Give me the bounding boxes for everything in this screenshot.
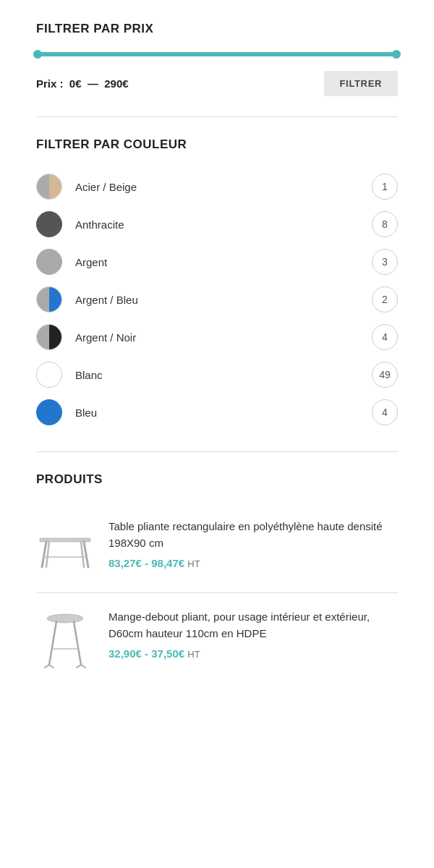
price-dash-2: - [145, 647, 151, 660]
product-info-2: Mange-debout pliant, pour usage intérieu… [109, 609, 398, 660]
svg-line-10 [45, 665, 49, 668]
product-price-1: 83,27€ - 98,47€ HT [109, 557, 398, 569]
color-swatch-blanc [36, 362, 62, 388]
svg-line-2 [84, 542, 88, 567]
price-filter-title: FILTRER PAR PRIX [36, 22, 398, 36]
price-max: 290€ [104, 77, 128, 90]
product-price-2: 32,90€ - 37,50€ HT [109, 647, 398, 660]
product-name-2: Mange-debout pliant, pour usage intérieu… [109, 609, 398, 642]
price-label: Prix : 0€ — 290€ [36, 77, 129, 90]
color-swatch-argent-noir [36, 324, 62, 350]
price-max-1: 98,47€ [151, 557, 184, 569]
product-item-2[interactable]: Mange-debout pliant, pour usage intérieu… [36, 593, 398, 683]
table-icon [36, 522, 94, 573]
color-name-argent: Argent [75, 256, 372, 268]
color-swatch-acier-beige [36, 174, 62, 200]
color-filter-title: FILTRER PAR COULEUR [36, 137, 398, 152]
products-section: PRODUITS [36, 472, 398, 683]
color-name-argent-bleu: Argent / Bleu [75, 294, 372, 306]
price-separator: — [88, 77, 98, 90]
color-item-argent[interactable]: Argent 3 [36, 243, 398, 281]
color-name-bleu: Bleu [75, 407, 372, 419]
price-min-2: 32,90€ [109, 647, 142, 660]
svg-line-1 [42, 542, 46, 567]
price-min: 0€ [69, 77, 82, 90]
color-swatch-argent-bleu [36, 286, 62, 312]
color-count-blanc: 49 [372, 362, 398, 388]
color-filter-section: FILTRER PAR COULEUR Acier / Beige 1 Anth… [36, 137, 398, 431]
color-count-anthracite: 8 [372, 211, 398, 237]
color-count-argent: 3 [372, 249, 398, 275]
color-swatch-anthracite [36, 211, 62, 237]
color-count-argent-noir: 4 [372, 324, 398, 350]
color-count-argent-bleu: 2 [372, 286, 398, 312]
filter-button[interactable]: FILTRER [324, 71, 398, 96]
color-name-argent-noir: Argent / Noir [75, 331, 372, 344]
color-swatch-bleu [36, 399, 62, 425]
color-name-acier-beige: Acier / Beige [75, 181, 372, 193]
color-item-argent-noir[interactable]: Argent / Noir 4 [36, 318, 398, 356]
divider-2 [36, 451, 398, 452]
price-slider[interactable] [36, 52, 398, 56]
price-filter-section: FILTRER PAR PRIX Prix : 0€ — 290€ FILTRE… [36, 22, 398, 96]
svg-line-11 [49, 665, 54, 668]
price-max-2: 37,50€ [151, 647, 184, 660]
price-dash-1: - [145, 557, 151, 569]
color-item-blanc[interactable]: Blanc 49 [36, 356, 398, 393]
svg-rect-0 [40, 538, 90, 542]
color-item-acier-beige[interactable]: Acier / Beige 1 [36, 168, 398, 205]
price-label-prefix: Prix : [36, 77, 64, 90]
divider-1 [36, 116, 398, 117]
products-title: PRODUITS [36, 472, 398, 487]
svg-line-13 [81, 665, 85, 668]
product-info-1: Table pliante rectangulaire en polyéthyl… [109, 519, 398, 569]
svg-point-6 [47, 614, 83, 623]
color-count-bleu: 4 [372, 399, 398, 425]
color-name-anthracite: Anthracite [75, 218, 372, 231]
product-list: Table pliante rectangulaire en polyéthyl… [36, 503, 398, 683]
product-image-1 [36, 519, 94, 576]
price-ht-1: HT [187, 558, 200, 569]
price-min-1: 83,27€ [109, 557, 142, 569]
price-row: Prix : 0€ — 290€ FILTRER [36, 71, 398, 96]
color-count-acier-beige: 1 [372, 174, 398, 200]
product-name-1: Table pliante rectangulaire en polyéthyl… [109, 519, 398, 551]
color-item-bleu[interactable]: Bleu 4 [36, 393, 398, 431]
svg-line-7 [49, 621, 56, 665]
color-name-blanc: Blanc [75, 369, 372, 381]
product-image-2 [36, 609, 94, 667]
color-swatch-argent [36, 249, 62, 275]
mange-debout-icon [36, 605, 94, 671]
color-item-anthracite[interactable]: Anthracite 8 [36, 205, 398, 243]
svg-line-8 [74, 621, 81, 665]
price-ht-2: HT [187, 649, 200, 660]
svg-line-12 [77, 665, 81, 668]
product-item-1[interactable]: Table pliante rectangulaire en polyéthyl… [36, 503, 398, 593]
color-list: Acier / Beige 1 Anthracite 8 Argent 3 [36, 168, 398, 431]
color-item-argent-bleu[interactable]: Argent / Bleu 2 [36, 281, 398, 318]
